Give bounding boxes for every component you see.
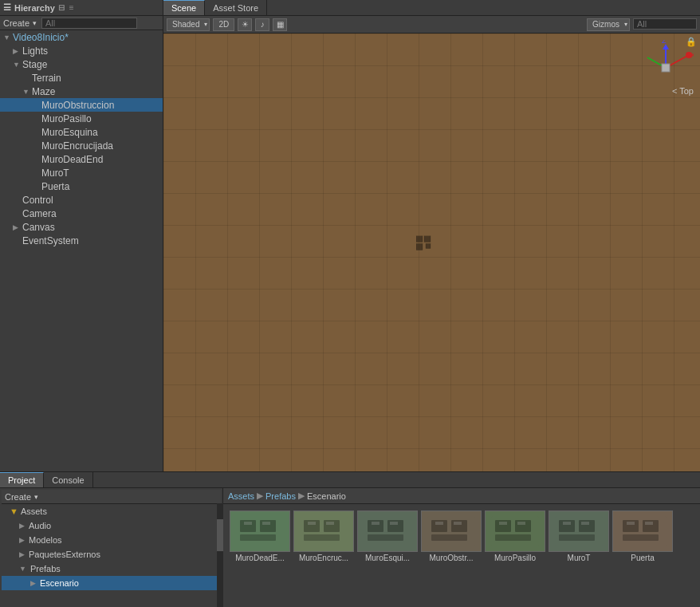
svg-rect-15 [240,534,276,541]
breadcrumb-prefabs[interactable]: Prefabs [265,491,296,501]
hierarchy-item-eventsystem[interactable]: EventSystem [0,234,163,247]
hierarchy-item-muroobstruccion[interactable]: MuroObstruccion [0,98,163,112]
project-create-arrow[interactable]: ▾ [34,493,38,501]
audio-button[interactable]: ♪ [255,18,269,31]
asset-thumb-svg [615,512,671,550]
tab-asset_store[interactable]: Asset Store [205,0,267,15]
svg-rect-21 [304,534,340,541]
assets-grid: MuroDeadE... MuroEncruc... Mur [223,504,700,607]
hierarchy-item-control[interactable]: Control [0,193,163,207]
svg-rect-40 [499,522,507,525]
hierarchy-item-murot[interactable]: MuroT [0,166,163,179]
hierarchy-item-stage[interactable]: ▼ Stage [0,57,163,71]
folder-item-prefabs[interactable]: ▼ Prefabs [2,562,221,576]
scrollbar-thumb[interactable] [217,519,223,551]
folder-item-paquetesexternos[interactable]: ▶ PaquetesExternos [2,547,221,562]
bottom-tab-project[interactable]: Project [0,472,44,487]
tab-scene[interactable]: Scene [163,0,205,15]
shading-dropdown[interactable]: Shaded [167,18,210,31]
hierarchy-search[interactable] [41,18,137,29]
hierarchy-item-canvas[interactable]: ▶ Canvas [0,220,163,234]
asset-item-muroencrucijada[interactable]: MuroEncruc... [293,510,354,562]
tree-arrow[interactable]: ▼ [13,61,22,69]
svg-rect-52 [627,522,635,525]
effects-button[interactable]: ▦ [273,18,287,31]
asset-item-puerta[interactable]: Puerta [612,510,673,562]
hierarchy-item-lights[interactable]: ▶ Lights [0,44,163,57]
tree-arrow[interactable]: ▶ [13,223,22,231]
svg-rect-16 [244,522,252,525]
asset-thumb-svg [423,512,479,550]
hierarchy-item-muroesquina[interactable]: MuroEsquina [0,125,163,139]
tree-label: Canvas [22,222,55,233]
asset-item-murot[interactable]: MuroT [549,510,609,562]
lighting-button[interactable]: ☀ [238,18,252,31]
hierarchy-item-camera[interactable]: Camera [0,207,163,220]
tree-label: MuroEsquina [41,127,98,138]
tree-label: MuroPasillo [41,113,92,124]
project-scrollbar[interactable] [217,503,223,607]
folder-item-audio[interactable]: ▶ Audio [2,518,221,533]
tree-label: MuroEncrucijada [41,140,113,152]
project-create-button[interactable]: Create [5,492,31,502]
hierarchy-item-muropasillo[interactable]: MuroPasillo [0,112,163,125]
asset-item-muroobstruccion[interactable]: MuroObstr... [421,510,482,562]
2d-button[interactable]: 2D [213,18,234,31]
svg-text:X: X [690,51,694,59]
gizmo-widget: Z X < Top [638,40,694,96]
asset-thumbnail [549,510,609,552]
hierarchy-item-maze[interactable]: ▼ Maze [0,85,163,98]
hierarchy-menu-icon[interactable]: ≡ [69,3,74,12]
svg-rect-35 [454,522,462,525]
tree-arrow[interactable]: ▼ [3,34,13,41]
tree-label: Puerta [41,181,69,192]
folder-item-assets[interactable]: ▼ Assets [2,504,221,518]
hierarchy-item-muroencrucijada[interactable]: MuroEncrucijada [0,139,163,152]
scene-tabs: SceneAsset Store [163,0,700,16]
create-arrow[interactable]: ▾ [33,19,37,27]
tree-arrow[interactable]: ▶ [13,47,22,55]
breadcrumb-assets[interactable]: Assets [228,491,254,501]
hierarchy-title: ☰ Hierarchy ⊟ ≡ [3,2,74,13]
bottom-tab-console[interactable]: Console [44,472,92,487]
scene-search[interactable] [633,18,697,30]
folder-arrow: ▼ [19,565,26,573]
hierarchy-item-murodeadend[interactable]: MuroDeadEnd [0,152,163,166]
create-button[interactable]: Create [3,18,29,28]
folder-tree-container: ▼ Assets ▶ Audio ▶ Modelos ▶ PaquetesExt… [2,504,221,590]
asset-label: MuroEsqui... [365,554,410,562]
svg-rect-53 [645,522,653,525]
asset-item-murodeadend[interactable]: MuroDeadE... [230,510,290,562]
gizmos-dropdown[interactable]: Gizmos [587,18,630,31]
viewport-lock-icon[interactable]: 🔒 [686,37,697,47]
breadcrumb-escenario: Escenario [307,491,346,501]
hierarchy-item-puerta[interactable]: Puerta [0,179,163,193]
tree-label: MuroDeadEnd [41,154,103,165]
asset-thumbnail [293,510,354,552]
asset-item-muroesquina[interactable]: MuroEsqui... [357,510,418,562]
tree-label: Lights [22,45,48,57]
scene-viewport[interactable]: Z X < Top 🔒 [163,34,700,471]
view-label: < Top [672,86,694,96]
asset-thumbnail [357,510,418,552]
folder-item-escenario[interactable]: ▶ Escenario [2,576,221,590]
hierarchy-lock-icon[interactable]: ⊟ [58,3,65,12]
project-assets: Assets ▶ Prefabs ▶ Escenario MuroDeadE..… [223,488,700,607]
folder-item-modelos[interactable]: ▶ Modelos [2,533,221,547]
svg-rect-33 [431,534,467,541]
folder-label: Modelos [29,535,62,545]
tree-arrow[interactable]: ▼ [22,88,32,96]
tree-label: MuroT [41,168,69,179]
hierarchy-item-video8inicio[interactable]: ▼ Video8Inicio* [0,30,163,44]
asset-item-muropasillo[interactable]: MuroPasillo [485,510,545,562]
scene-panel: SceneAsset Store Shaded 2D ☀ ♪ ▦ Gizmos [163,0,700,471]
breadcrumb-sep2: ▶ [298,491,305,501]
hierarchy-panel: ☰ Hierarchy ⊟ ≡ Create ▾ ▼ Video8Inicio*… [0,0,163,471]
folder-arrow: ▶ [19,522,25,530]
svg-rect-51 [623,534,659,541]
asset-label: MuroDeadE... [235,554,285,562]
asset-label: Puerta [631,554,654,562]
asset-thumbnail [612,510,673,552]
folder-label: Assets [21,506,47,516]
hierarchy-item-terrain[interactable]: Terrain [0,71,163,85]
